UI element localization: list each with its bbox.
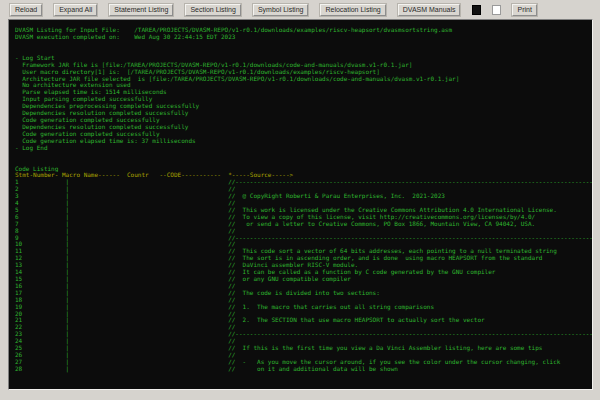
code-listing: Code Listing Stmt-Number- Macro Name----… bbox=[15, 166, 592, 373]
log-line: Dependencies resolution completed succes… bbox=[15, 124, 592, 131]
toolbar-button-symbol-listing[interactable]: Symbol Listing bbox=[253, 4, 309, 16]
listing-line: 14 | // It can be called as a function b… bbox=[15, 269, 592, 276]
log-line: User macro directory[1] is: [/TAREA/PROJ… bbox=[15, 69, 592, 76]
log-line: Parse elapsed time is: 1514 milliseconds bbox=[15, 89, 592, 96]
listing-line: 24 | // bbox=[15, 338, 592, 345]
listing-line: 21 | // 2. The SECTION that use macro HE… bbox=[15, 317, 592, 324]
code-listing-title: Code Listing bbox=[15, 166, 592, 173]
color-swatch-black[interactable] bbox=[472, 5, 481, 15]
listing-line: 18 | // bbox=[15, 297, 592, 304]
log-line: Dependencies resolution completed succes… bbox=[15, 110, 592, 117]
log-line: - Log Start bbox=[15, 55, 592, 62]
listing-line: 23 | //---------------------------------… bbox=[15, 331, 592, 338]
code-listing-lines: 1 | //----------------------------------… bbox=[15, 179, 592, 372]
listing-line: 5 | // This work is licensed under the C… bbox=[15, 207, 592, 214]
header-line: DVASM execution completed on: Wed Aug 30… bbox=[15, 34, 592, 41]
listing-line: 26 | // bbox=[15, 352, 592, 359]
listing-line: 28 | // on it and additional data will b… bbox=[15, 366, 592, 373]
toolbar-button-group: ReloadExpand AllStatement ListingSection… bbox=[10, 4, 472, 16]
listing-line: 4 | // bbox=[15, 200, 592, 207]
listing-line: 11 | // This code sort a vector of 64 bi… bbox=[15, 248, 592, 255]
listing-line: 15 | // or any GNU compatible compiler bbox=[15, 276, 592, 283]
listing-line: 17 | // The code is divided into two sec… bbox=[15, 290, 592, 297]
listing-line: 20 | // bbox=[15, 311, 592, 318]
listing-line: 7 | // or send a letter to Creative Comm… bbox=[15, 221, 592, 228]
execution-log: - Log Start Framework JAR file is [file:… bbox=[15, 55, 592, 152]
toolbar-button-section-listing[interactable]: Section Listing bbox=[185, 4, 241, 16]
listing-line: 25 | // If this is the first time you vi… bbox=[15, 345, 592, 352]
listing-header: DVASM Listing for Input File: /TAREA/PRO… bbox=[15, 27, 592, 41]
log-line: Code generation completed successfully bbox=[15, 131, 592, 138]
listing-line: 1 | //----------------------------------… bbox=[15, 179, 592, 186]
terminal-listing-view: DVASM Listing for Input File: /TAREA/PRO… bbox=[8, 19, 593, 390]
listing-line: 2 | // bbox=[15, 186, 592, 193]
listing-line: 10 | // bbox=[15, 241, 592, 248]
log-line: Dependencies preprocessing completed suc… bbox=[15, 103, 592, 110]
listing-line: 27 | // - As you move the cursor around,… bbox=[15, 359, 592, 366]
log-line: No architecture extension used bbox=[15, 82, 592, 89]
listing-line: 3 | // @ CopyRight Roberti & Parau Enter… bbox=[15, 193, 592, 200]
toolbar-button-statement-listing[interactable]: Statement Listing bbox=[109, 4, 173, 16]
toolbar: ReloadExpand AllStatement ListingSection… bbox=[0, 0, 600, 19]
toolbar-button-relocation-listing[interactable]: Relocation Listing bbox=[320, 4, 385, 16]
listing-line: 8 | // bbox=[15, 228, 592, 235]
log-line: Framework JAR file is [file:/TAREA/PROJE… bbox=[15, 62, 592, 69]
listing-line: 12 | // The sort is in ascending order, … bbox=[15, 255, 592, 262]
listing-line: 9 | //----------------------------------… bbox=[15, 235, 592, 242]
toolbar-button-reload[interactable]: Reload bbox=[10, 4, 42, 16]
log-line: Architecture JAR file selected is [file:… bbox=[15, 76, 592, 83]
log-line: Code generation elapsed time is: 37 mill… bbox=[15, 138, 592, 145]
code-listing-column-header: Stmt-Number- Macro Name------ Countr --C… bbox=[15, 172, 592, 179]
log-line: Input parsing completed successfully bbox=[15, 96, 592, 103]
toolbar-button-expand-all[interactable]: Expand All bbox=[54, 4, 97, 16]
log-line: Code generation completed successfully bbox=[15, 117, 592, 124]
listing-line: 6 | // To view a copy of this license, v… bbox=[15, 214, 592, 221]
color-swatch-white[interactable] bbox=[492, 5, 501, 15]
print-button[interactable]: Print bbox=[512, 4, 536, 16]
listing-line: 16 | // bbox=[15, 283, 592, 290]
listing-line: 22 | // bbox=[15, 324, 592, 331]
header-line: DVASM Listing for Input File: /TAREA/PRO… bbox=[15, 27, 592, 34]
listing-line: 19 | // 1. The macro that carries out al… bbox=[15, 304, 592, 311]
listing-line: 13 | // DaVinci assembler RISC-V module. bbox=[15, 262, 592, 269]
toolbar-button-dvasm-manuals[interactable]: DVASM Manuals bbox=[398, 4, 461, 16]
log-line: - Log End bbox=[15, 145, 592, 152]
